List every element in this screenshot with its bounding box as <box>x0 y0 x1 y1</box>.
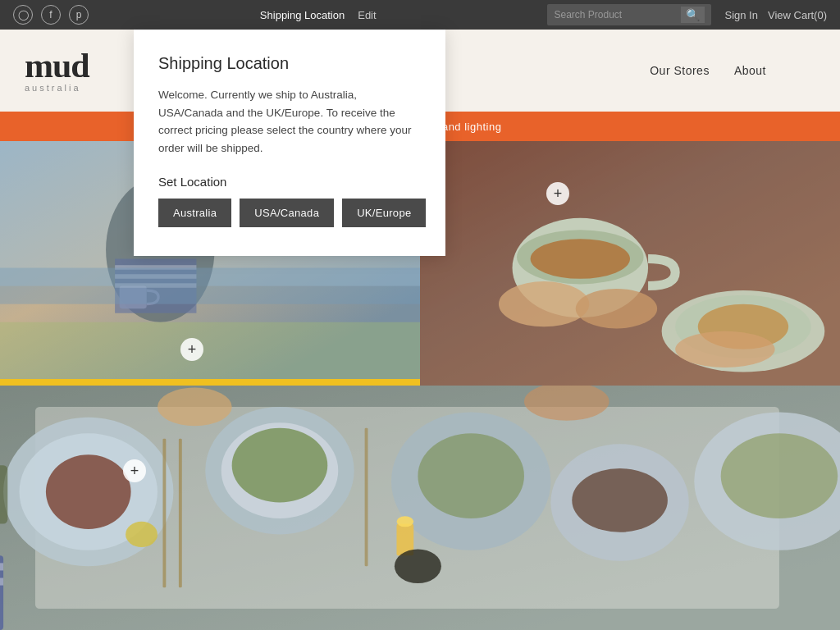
location-buttons: Australia USA/Canada UK/Europe <box>158 199 421 227</box>
australia-button[interactable]: Australia <box>158 199 231 227</box>
modal-overlay: Shipping Location Welcome. Currently we … <box>0 0 840 630</box>
shipping-modal: Shipping Location Welcome. Currently we … <box>134 30 445 256</box>
modal-description: Welcome. Currently we ship to Australia,… <box>158 86 421 157</box>
set-location-label: Set Location <box>158 175 421 189</box>
modal-title: Shipping Location <box>158 54 421 73</box>
uk-europe-button[interactable]: UK/Europe <box>342 199 426 227</box>
usa-canada-button[interactable]: USA/Canada <box>240 199 334 227</box>
